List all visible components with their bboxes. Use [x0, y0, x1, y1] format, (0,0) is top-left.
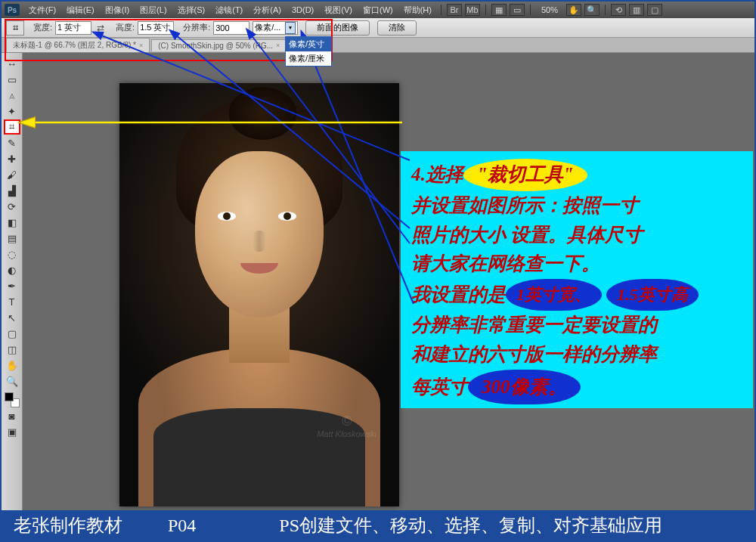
separator: [441, 5, 442, 15]
annotation-panel: 4.选择 "裁切工具" 并设置如图所示：按照一寸 照片的大小 设置。具体尺寸 请…: [401, 151, 753, 408]
quickmask-icon[interactable]: ◙: [4, 408, 20, 423]
dropdown-value: 像素/...: [255, 22, 280, 33]
height-input[interactable]: [138, 21, 174, 35]
menu-image[interactable]: 图像(I): [101, 3, 134, 17]
screen-mode-icon[interactable]: ▢: [647, 4, 662, 16]
gradient-tool[interactable]: ▤: [4, 231, 20, 246]
arrange-docs-icon[interactable]: ▥: [629, 4, 644, 16]
hand-tool-icon[interactable]: ✋: [566, 4, 581, 16]
history-brush-tool[interactable]: ⟳: [4, 199, 20, 214]
menu-analysis[interactable]: 分析(A): [249, 3, 286, 17]
unit-option-inch[interactable]: 像素/英寸: [286, 37, 331, 51]
toolbox: ↔ ▭ ⟑ ✦ ⌗ ✎ ✚ 🖌 ▟ ⟳ ◧ ▤ ◌ ◐ ✒ T ↖ ▢ ◫ ✋ …: [2, 53, 23, 510]
crop-tool-preset-icon[interactable]: ⌗: [6, 20, 24, 36]
footer-title: PS创建文件、移动、选择、复制、对齐基础应用: [279, 513, 662, 537]
document-image: © Matt Kloskowski: [119, 83, 399, 506]
move-tool[interactable]: ↔: [4, 56, 20, 71]
menu-view[interactable]: 视图(V): [320, 3, 357, 17]
width-input[interactable]: [55, 21, 91, 35]
menu-edit[interactable]: 编辑(E): [62, 3, 99, 17]
zoom-tool-icon[interactable]: 🔍: [584, 4, 600, 16]
menu-layer[interactable]: 图层(L): [135, 3, 171, 17]
screenmode-icon[interactable]: ▣: [4, 424, 20, 439]
annot-highlight: 1英寸宽、: [506, 279, 602, 311]
annot-highlight: 1.5英寸高: [606, 279, 699, 311]
rotate-view-icon[interactable]: ⟲: [611, 4, 626, 16]
options-bar: ⌗ 宽度: ⇄ 高度: 分辨率: 像素/... ▾ 前面的图像 清除 像素/英寸…: [2, 18, 754, 38]
stamp-tool[interactable]: ▟: [4, 183, 20, 198]
resolution-unit-dropdown[interactable]: 像素/... ▾: [253, 21, 298, 35]
tab-label: (C) SmoothSkin.jpg @ 50% (RG...: [158, 42, 273, 50]
3d-tool[interactable]: ◫: [4, 342, 20, 357]
menu-file[interactable]: 文件(F): [24, 3, 60, 17]
launch-bridge-icon[interactable]: Br: [447, 4, 462, 16]
view-extras-icon[interactable]: ▦: [491, 4, 507, 16]
clear-button[interactable]: 清除: [377, 20, 417, 36]
wand-tool[interactable]: ✦: [4, 104, 20, 119]
watermark: © Matt Kloskowski: [317, 413, 376, 438]
close-icon[interactable]: ×: [276, 42, 280, 49]
menu-filter[interactable]: 滤镜(T): [211, 3, 247, 17]
crop-tool[interactable]: ⌗: [4, 119, 20, 135]
resolution-label: 分辨率:: [183, 22, 210, 33]
lasso-tool[interactable]: ⟑: [4, 88, 20, 103]
annot-text: 我设置的是: [411, 280, 506, 310]
annot-text: 分辨率非常重要一定要设置的: [411, 311, 742, 340]
shape-tool[interactable]: ▢: [4, 326, 20, 341]
path-tool[interactable]: ↖: [4, 310, 20, 325]
height-label: 高度:: [116, 22, 135, 33]
annot-text: 每英寸: [411, 373, 468, 402]
healing-tool[interactable]: ✚: [4, 151, 20, 166]
tutorial-footer: 老张制作教材 P04 PS创建文件、移动、选择、复制、对齐基础应用: [2, 510, 754, 540]
marquee-tool[interactable]: ▭: [4, 72, 20, 87]
menu-help[interactable]: 帮助(H): [399, 3, 436, 17]
front-image-button[interactable]: 前面的图像: [305, 20, 370, 36]
footer-author: 老张制作教材: [14, 513, 122, 537]
foreground-color[interactable]: [5, 392, 14, 401]
width-label: 宽度:: [33, 22, 52, 33]
swap-dimensions-icon[interactable]: ⇄: [94, 23, 107, 33]
zoom-level[interactable]: 50%: [535, 5, 564, 14]
color-swatches[interactable]: [5, 392, 20, 407]
annot-text: 照片的大小 设置。具体尺寸: [411, 221, 742, 250]
tab-label: 未标题-1 @ 66.7% (图层 2, RGB/8) *: [13, 40, 136, 51]
annot-text: 4.选择: [411, 160, 463, 190]
unit-dropdown-menu: 像素/英寸 像素/厘米: [285, 36, 332, 67]
separator: [530, 5, 531, 15]
annot-text: 和建立的六寸版一样的分辨率: [411, 340, 742, 370]
separator: [485, 5, 486, 15]
resolution-input[interactable]: [213, 21, 249, 35]
document-tabs: 未标题-1 @ 66.7% (图层 2, RGB/8) * × (C) Smoo…: [2, 38, 754, 53]
eraser-tool[interactable]: ◧: [4, 215, 20, 230]
unit-option-cm[interactable]: 像素/厘米: [286, 51, 331, 66]
menu-3d[interactable]: 3D(D): [287, 4, 318, 16]
hand-tool[interactable]: ✋: [4, 358, 20, 373]
menu-select[interactable]: 选择(S): [173, 3, 210, 17]
document-tab[interactable]: (C) SmoothSkin.jpg @ 50% (RG... ×: [151, 39, 287, 51]
menubar: Ps 文件(F) 编辑(E) 图像(I) 图层(L) 选择(S) 滤镜(T) 分…: [2, 2, 754, 18]
document-tab[interactable]: 未标题-1 @ 66.7% (图层 2, RGB/8) * ×: [6, 38, 150, 52]
workspace: ↔ ▭ ⟑ ✦ ⌗ ✎ ✚ 🖌 ▟ ⟳ ◧ ▤ ◌ ◐ ✒ T ↖ ▢ ◫ ✋ …: [2, 53, 754, 510]
annot-text: 并设置如图所示：按照一寸: [411, 191, 742, 221]
blur-tool[interactable]: ◌: [4, 246, 20, 262]
pen-tool[interactable]: ✒: [4, 278, 20, 293]
app-logo: Ps: [5, 4, 20, 16]
footer-page: P04: [168, 516, 196, 536]
annot-highlight: "裁切工具": [463, 159, 587, 191]
brush-tool[interactable]: 🖌: [4, 167, 20, 182]
view-rulers-icon[interactable]: ▭: [510, 4, 525, 16]
type-tool[interactable]: T: [4, 294, 20, 309]
close-icon[interactable]: ×: [139, 42, 143, 49]
launch-mb-icon[interactable]: Mb: [465, 4, 480, 16]
chevron-down-icon: ▾: [285, 22, 296, 34]
eyedropper-tool[interactable]: ✎: [4, 135, 20, 150]
dodge-tool[interactable]: ◐: [4, 262, 20, 277]
menu-window[interactable]: 窗口(W): [358, 3, 398, 17]
zoom-tool[interactable]: 🔍: [4, 373, 20, 389]
canvas[interactable]: © Matt Kloskowski 4.选择 "裁切工具" 并设置如图所示：按照…: [23, 53, 754, 510]
separator: [605, 5, 606, 15]
annot-highlight: 300像素。: [468, 370, 581, 405]
annot-text: 请大家在网络查一下。: [411, 249, 742, 279]
